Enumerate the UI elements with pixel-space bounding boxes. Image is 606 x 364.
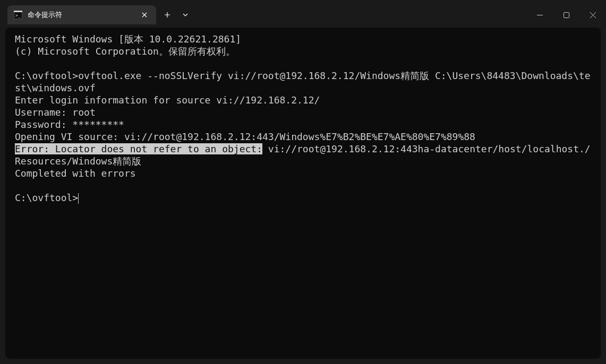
tab-dropdown-button[interactable] [176, 6, 194, 24]
maximize-button[interactable] [553, 5, 579, 24]
output-line: Username: root [15, 107, 96, 118]
close-button[interactable] [579, 5, 606, 24]
new-tab-button[interactable] [158, 6, 176, 24]
prompt: C:\ovftool> [15, 192, 78, 203]
output-line: Password: ********* [15, 119, 124, 130]
output-line: Completed with errors [15, 168, 136, 179]
command-line: C:\ovftool>ovftool.exe --noSSLVerify vi:… [15, 70, 591, 93]
output-line: Microsoft Windows [版本 10.0.22621.2861] [15, 33, 241, 45]
tab-close-button[interactable] [139, 10, 150, 20]
svg-rect-3 [564, 12, 569, 18]
output-line: (c) Microsoft Corporation。保留所有权利。 [15, 46, 235, 57]
svg-text:>_: >_ [15, 13, 21, 18]
error-highlight: Error: Locator does not refer to an obje… [15, 143, 262, 154]
minimize-button[interactable] [526, 5, 553, 24]
terminal-window: >_ 命令提示符 [0, 0, 606, 364]
cursor [78, 193, 79, 204]
window-controls [526, 5, 606, 27]
terminal-content[interactable]: Microsoft Windows [版本 10.0.22621.2861] (… [5, 28, 601, 359]
cmd-icon: >_ [14, 11, 22, 19]
tab-active[interactable]: >_ 命令提示符 [7, 5, 156, 24]
output-line: Enter login information for source vi://… [15, 94, 320, 106]
tab-title: 命令提示符 [28, 10, 139, 20]
output-line: Opening VI source: vi://root@192.168.2.1… [15, 131, 475, 142]
svg-rect-1 [14, 11, 22, 12]
titlebar[interactable]: >_ 命令提示符 [0, 0, 606, 28]
tabs-area: >_ 命令提示符 [0, 5, 526, 24]
